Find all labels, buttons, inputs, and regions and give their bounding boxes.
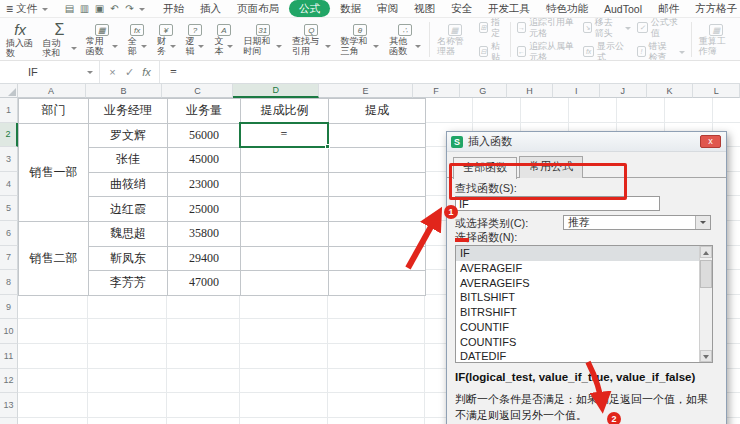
ratio-cell[interactable] xyxy=(241,246,329,271)
column-header[interactable]: H xyxy=(507,84,554,98)
recalc-workbook-button[interactable]: ▦ 重算工作簿 xyxy=(695,20,738,59)
amount-cell[interactable]: 56000 xyxy=(168,123,241,148)
row-header[interactable]: 3 xyxy=(0,147,18,172)
function-category-button[interactable]: A 文本 xyxy=(209,20,238,59)
row-header[interactable]: 4 xyxy=(0,172,18,197)
function-listbox[interactable]: IFAVERAGEIFAVERAGEIFSBITLSHIFTBITRSHIFTC… xyxy=(455,245,713,363)
column-header[interactable]: C xyxy=(162,84,233,98)
remove-arrows-button[interactable]: ↘ 移去箭头 xyxy=(583,18,631,39)
close-icon[interactable]: x xyxy=(700,135,721,148)
cancel-entry-icon[interactable]: × xyxy=(104,66,121,78)
menu-tab[interactable]: 数据 xyxy=(332,1,369,17)
manager-cell[interactable]: 魏思超 xyxy=(89,221,168,246)
quick-access-icon[interactable]: ↷ xyxy=(122,3,137,14)
fill-handle[interactable] xyxy=(325,144,330,149)
function-list-item[interactable]: COUNTIF xyxy=(456,320,712,335)
amount-cell[interactable]: 45000 xyxy=(168,148,241,173)
menu-tab[interactable]: 页面布局 xyxy=(229,1,287,17)
search-function-input[interactable] xyxy=(455,196,660,211)
column-header[interactable]: B xyxy=(86,84,163,98)
row-header[interactable]: 10 xyxy=(0,319,18,344)
row-header[interactable]: 13 xyxy=(0,393,18,418)
menu-tab[interactable]: 开始 xyxy=(155,1,192,17)
row-header[interactable]: 6 xyxy=(0,221,18,246)
menu-tab[interactable]: 安全 xyxy=(443,1,480,17)
dropdown-button[interactable] xyxy=(695,216,710,229)
autosum-button[interactable]: Σ 自动求和 xyxy=(38,20,80,59)
row-header[interactable]: 8 xyxy=(0,270,18,295)
ratio-cell[interactable] xyxy=(241,148,329,173)
function-category-button[interactable]: ¥ 财务 xyxy=(152,20,181,59)
selected-cell-d2[interactable]: = xyxy=(239,122,329,148)
function-list-item[interactable]: IF xyxy=(456,246,712,261)
column-header[interactable]: I xyxy=(553,84,600,98)
column-header[interactable]: L xyxy=(693,84,740,98)
ratio-cell[interactable] xyxy=(241,172,329,197)
row-header[interactable]: 12 xyxy=(0,369,18,394)
menu-tab[interactable]: 开发工具 xyxy=(480,1,538,17)
menu-tab[interactable]: 特色功能 xyxy=(538,1,596,17)
menu-tab[interactable]: 邮件 xyxy=(650,1,687,17)
formula-input[interactable]: = xyxy=(160,65,177,80)
amount-cell[interactable]: 23000 xyxy=(168,172,241,197)
function-list-item[interactable]: DATEDIF xyxy=(456,349,712,363)
menu-tab[interactable]: 审阅 xyxy=(369,1,406,17)
row-header[interactable]: 5 xyxy=(0,196,18,221)
error-checking-button[interactable]: ! 错误检查 xyxy=(637,41,685,62)
dialog-title-bar[interactable]: S 插入函数 x xyxy=(447,132,726,152)
function-list-item[interactable]: AVERAGEIF xyxy=(456,261,712,276)
name-manager-button[interactable]: ▦ 名称管理器 xyxy=(433,20,476,59)
row-header[interactable]: 9 xyxy=(0,295,18,320)
column-header[interactable]: E xyxy=(319,84,413,98)
column-header-selected[interactable]: D xyxy=(233,84,319,98)
manager-cell[interactable]: 李芳芳 xyxy=(89,271,168,296)
row-header[interactable]: 1 xyxy=(0,98,18,123)
function-category-button[interactable]: θ 数学和三角 xyxy=(336,20,385,59)
scroll-up-icon[interactable] xyxy=(700,246,712,258)
commission-cell[interactable] xyxy=(329,123,426,148)
function-category-button[interactable]: fx 全部 xyxy=(123,20,152,59)
menu-tab[interactable]: 插入 xyxy=(192,1,229,17)
function-list-item[interactable]: COUNTIFS xyxy=(456,335,712,350)
evaluate-formula-button[interactable]: ✓ 公式求值 xyxy=(637,18,685,39)
amount-cell[interactable]: 47000 xyxy=(168,271,241,296)
quick-access-icon[interactable]: ↶ xyxy=(107,3,122,14)
column-header[interactable]: J xyxy=(600,84,647,98)
category-dropdown[interactable]: 推荐 xyxy=(563,215,711,230)
commission-cell[interactable] xyxy=(329,172,426,197)
scrollbar[interactable] xyxy=(699,246,712,362)
quick-access-icon[interactable]: ▣ xyxy=(92,3,107,14)
row-header[interactable]: 14 xyxy=(0,418,18,424)
trace-precedents-button[interactable]: → 追踪引用单元格 xyxy=(517,18,577,39)
manager-cell[interactable]: 曲筱绡 xyxy=(89,172,168,197)
manager-cell[interactable]: 张佳 xyxy=(89,148,168,173)
scrollbar-thumb[interactable] xyxy=(700,260,712,288)
amount-cell[interactable]: 35800 xyxy=(168,221,241,246)
column-header[interactable]: A xyxy=(18,84,86,98)
function-category-button[interactable]: ? 逻辑 xyxy=(181,20,210,59)
menu-tab[interactable]: AudTool xyxy=(596,2,650,16)
dialog-tab[interactable]: 全部函数 xyxy=(453,157,517,179)
menu-tab[interactable]: 公式 xyxy=(289,0,330,17)
commission-cell[interactable] xyxy=(329,221,426,246)
show-formulas-button[interactable]: fx 显示公式 xyxy=(583,41,631,62)
paste-names-button[interactable]: ⊟ 粘贴 xyxy=(479,41,504,62)
manager-cell[interactable]: 罗文辉 xyxy=(89,123,168,148)
quick-access-icon[interactable]: ▥ xyxy=(77,3,92,14)
insert-function-fx-icon[interactable]: fx xyxy=(138,66,155,78)
dialog-tab[interactable]: 常用公式 xyxy=(519,156,583,178)
amount-cell[interactable]: 25000 xyxy=(168,197,241,222)
function-category-button[interactable]: 31 日期和时间 xyxy=(238,20,287,59)
name-box[interactable]: IF xyxy=(0,61,100,83)
column-header[interactable]: K xyxy=(647,84,694,98)
insert-function-button[interactable]: fx 插入函数 xyxy=(2,20,38,59)
commission-cell[interactable] xyxy=(329,148,426,173)
manager-cell[interactable]: 边红霞 xyxy=(89,197,168,222)
dept-merged-cell[interactable]: 销售二部 xyxy=(19,221,89,295)
ratio-cell[interactable] xyxy=(241,197,329,222)
commission-cell[interactable] xyxy=(329,246,426,271)
assign-names-button[interactable]: ⊞ 指定 xyxy=(479,18,504,39)
function-category-button[interactable]: Q 查找与引用 xyxy=(287,20,336,59)
commission-table[interactable]: 部门 业务经理 业务量 提成比例 提成 销售一部 罗文辉 56000 张佳 45… xyxy=(18,98,426,296)
function-list-item[interactable]: AVERAGEIFS xyxy=(456,276,712,291)
